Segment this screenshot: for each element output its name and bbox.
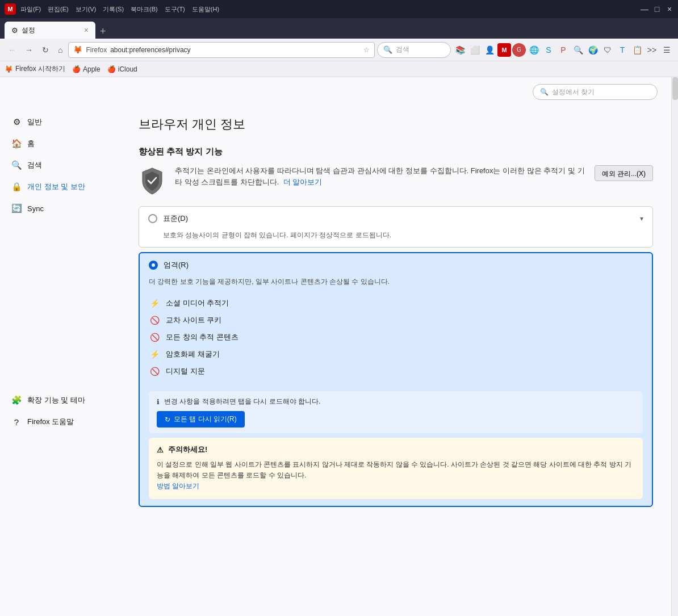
hamburger-menu-icon[interactable]: ☰ — [660, 43, 673, 57]
warning-box: ⚠ 주의하세요! 이 설정으로 인해 일부 웹 사이트가 콘텐츠를 표시하지 않… — [149, 438, 643, 499]
extension6-icon[interactable]: 🔍 — [571, 43, 585, 57]
bookmark-apple-label: Apple — [83, 65, 101, 73]
menu-help[interactable]: 도움말(H) — [192, 5, 219, 14]
standard-desc: 보호와 성능사이의 균형이 잡혀 있습니다. 페이지가 정상적으로 로드됩니다. — [139, 231, 652, 247]
extension1-icon[interactable]: M — [497, 43, 511, 57]
fingerprint-label: 디지털 지문 — [166, 366, 205, 376]
fingerprint-icon: 🚫 — [149, 367, 160, 376]
sidebar-item-privacy[interactable]: 🔒 개인 정보 및 보안 — [0, 176, 125, 198]
crypto-label: 암호화폐 채굴기 — [166, 349, 220, 359]
bookmark-apple[interactable]: 🍎 Apple — [72, 65, 101, 73]
forward-button[interactable]: → — [22, 43, 36, 57]
tracking-item-social: ⚡ 소셜 미디어 추적기 — [149, 295, 643, 312]
extension2-icon[interactable]: G — [512, 43, 526, 57]
reload-notice-message: 변경 사항을 적용하려면 탭을 다시 로드해야 합니다. — [164, 397, 320, 407]
menu-history[interactable]: 기록(S) — [103, 5, 124, 14]
page-title: 브라우저 개인 정보 — [139, 116, 653, 133]
warning-title: ⚠ 주의하세요! — [157, 445, 635, 455]
sidebar-item-home[interactable]: 🏠 홈 — [0, 133, 125, 154]
search-icon: 🔍 — [383, 45, 392, 54]
content-tracker-label: 모든 창의 추적 콘텐츠 — [166, 332, 238, 342]
synced-tabs-icon[interactable]: ⬜ — [468, 43, 482, 57]
sidebar-label-sync: Sync — [27, 204, 44, 213]
scrollbar-track[interactable] — [671, 77, 678, 616]
address-bar[interactable]: 🦊 Firefox about:preferences#privacy ☆ — [68, 42, 375, 58]
warning-title-text: 주의하세요! — [168, 445, 207, 455]
sidebar-item-help[interactable]: ? Firefox 도움말 — [0, 411, 125, 433]
extension8-icon[interactable]: T — [616, 43, 629, 57]
sidebar-item-general[interactable]: ⚙ 일반 — [0, 111, 125, 133]
warning-learn-more-link[interactable]: 방법 알아보기 — [157, 482, 199, 490]
settings-tab[interactable]: ⚙ 설정 × — [5, 22, 95, 39]
settings-search-icon: 🔍 — [540, 88, 549, 96]
social-tracker-label: 소셜 미디어 추적기 — [166, 298, 229, 308]
reload-notice: ℹ 변경 사항을 적용하려면 탭을 다시 로드해야 합니다. ↻ 모든 탭 다시… — [149, 391, 643, 433]
strict-option-header[interactable]: 엄격(R) — [140, 253, 652, 277]
search-placeholder: 검색 — [396, 45, 409, 55]
minimize-button[interactable]: — — [641, 5, 648, 13]
new-tab-button[interactable]: + — [95, 26, 111, 36]
sidebar-item-sync[interactable]: 🔄 Sync — [0, 198, 125, 219]
bookmark-firefox[interactable]: 🦊 Firefox 시작하기 — [5, 64, 65, 74]
reload-button[interactable]: ↻ — [39, 43, 52, 57]
menu-file[interactable]: 파일(F) — [20, 5, 41, 14]
settings-search-input[interactable]: 🔍 설정에서 찾기 — [533, 84, 658, 100]
gear-icon: ⚙ — [11, 117, 22, 127]
tracking-item-fingerprint: 🚫 디지털 지문 — [149, 363, 643, 380]
menu-view[interactable]: 보기(V) — [76, 5, 97, 14]
cookie-label: 교차 사이트 쿠키 — [166, 315, 221, 325]
home-icon: 🏠 — [11, 139, 22, 149]
more-tools-icon[interactable]: >> — [645, 43, 659, 57]
settings-search-bar: 🔍 설정에서 찾기 — [0, 77, 671, 102]
extension4-icon[interactable]: S — [542, 43, 555, 57]
close-button[interactable]: × — [666, 5, 673, 13]
strict-radio[interactable] — [149, 261, 158, 270]
menu-tools[interactable]: 도구(T) — [165, 5, 185, 14]
social-tracker-icon: ⚡ — [149, 299, 160, 308]
extension7-icon[interactable]: 🌍 — [586, 43, 600, 57]
bookmark-apple-icon: 🍎 — [72, 65, 81, 73]
profile-icon[interactable]: 👤 — [483, 43, 496, 57]
extension5-icon[interactable]: P — [556, 43, 570, 57]
warning-text: 이 설정으로 인해 일부 웹 사이트가 콘텐츠를 표시하지 않거나 제대로 작동… — [157, 459, 635, 492]
bookmarks-bar: 🦊 Firefox 시작하기 🍎 Apple 🍎 iCloud — [0, 61, 678, 77]
navigation-bar: ← → ↻ ⌂ 🦊 Firefox about:preferences#priv… — [0, 39, 678, 61]
sidebar-item-extensions[interactable]: 🧩 확장 기능 및 테마 — [0, 389, 125, 411]
window-controls: — □ × — [641, 5, 673, 13]
sync-icon: 🔄 — [11, 203, 22, 213]
sidebar-label-extensions: 확장 기능 및 테마 — [27, 395, 85, 405]
settings-body: ⚙ 일반 🏠 홈 🔍 검색 🔒 개인 정보 및 보안 🔄 Sync — [0, 102, 671, 616]
tracking-header: 추적기는 온라인에서 사용자를 따라다니며 탐색 습관과 관심사에 대한 정보를… — [139, 165, 653, 197]
tab-label: 설정 — [22, 26, 35, 35]
exceptions-button[interactable]: 예외 관리...(X) — [595, 165, 653, 181]
search-bar[interactable]: 🔍 검색 — [377, 42, 451, 58]
close-tab-button[interactable]: × — [84, 26, 89, 35]
standard-option-header[interactable]: 표준(D) ▾ — [139, 207, 652, 231]
scrollbar-thumb[interactable] — [672, 77, 678, 100]
library-icon[interactable]: 📚 — [453, 43, 467, 57]
help-icon: ? — [11, 417, 22, 427]
tracking-item-content: 🚫 모든 창의 추적 콘텐츠 — [149, 329, 643, 346]
menu-edit[interactable]: 편집(E) — [48, 5, 69, 14]
shield-toolbar-icon[interactable]: 🛡 — [601, 43, 614, 57]
tracking-item-cookie: 🚫 교차 사이트 쿠키 — [149, 312, 643, 329]
back-button[interactable]: ← — [5, 43, 19, 57]
menu-bookmarks[interactable]: 북마크(B) — [131, 5, 158, 14]
sidebar-label-search: 검색 — [27, 160, 42, 170]
bookmark-icloud[interactable]: 🍎 iCloud — [107, 65, 137, 73]
home-button[interactable]: ⌂ — [55, 43, 66, 57]
settings-search-placeholder: 설정에서 찾기 — [552, 87, 595, 97]
extension9-icon[interactable]: 📋 — [630, 43, 644, 57]
learn-more-link[interactable]: 더 알아보기 — [283, 178, 323, 186]
reload-btn-label: 모든 탭 다시 읽기(R) — [174, 414, 237, 424]
sidebar-item-search[interactable]: 🔍 검색 — [0, 154, 125, 176]
standard-radio[interactable] — [148, 214, 157, 223]
reload-all-tabs-button[interactable]: ↻ 모든 탭 다시 읽기(R) — [157, 411, 245, 428]
bookmark-icloud-label: iCloud — [118, 65, 137, 73]
maximize-button[interactable]: □ — [653, 5, 661, 13]
extension3-icon[interactable]: 🌐 — [527, 43, 541, 57]
sidebar-label-general: 일반 — [27, 117, 42, 127]
main-content: 🔍 설정에서 찾기 ⚙ 일반 🏠 홈 🔍 검색 — [0, 77, 671, 616]
bookmark-star-icon[interactable]: ☆ — [363, 46, 370, 54]
standard-chevron-icon: ▾ — [640, 215, 643, 223]
